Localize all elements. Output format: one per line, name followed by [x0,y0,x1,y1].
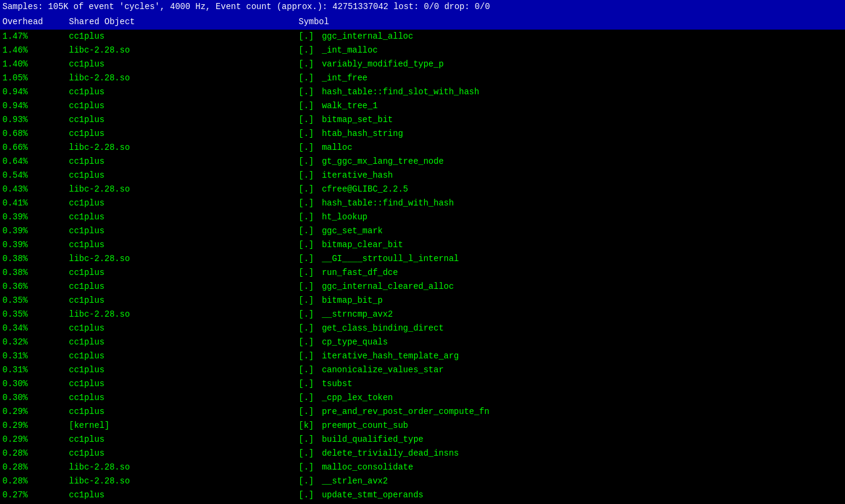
table-row[interactable]: 0.29% cc1plus [.] pre_and_rev_post_order… [0,405,845,419]
symbol-name: malloc_consolidate [322,462,413,472]
shared-object: libc-2.28.so [69,183,299,196]
header-overhead: Overhead [2,16,69,28]
symbol-cell: [.] __strncmp_avx2 [299,308,843,321]
table-row[interactable]: 1.46% libc-2.28.so [.] _int_malloc [0,44,845,57]
dso-type: [.] [299,141,317,154]
header-shared: Shared Object [69,16,299,28]
symbol-cell: [.] bitmap_clear_bit [299,239,843,251]
symbol-cell: [.] bitmap_set_bit [299,114,843,126]
dso-type: [.] [299,378,317,390]
table-row[interactable]: 0.35% cc1plus [.] bitmap_bit_p [0,294,845,308]
table-row[interactable]: 0.36% cc1plus [.] ggc_internal_cleared_a… [0,280,845,294]
table-row[interactable]: 0.28% cc1plus [.] delete_trivially_dead_… [0,447,845,460]
symbol-cell: [.] build_qualified_type [299,433,843,446]
shared-object: cc1plus [69,294,299,307]
symbol-name: ggc_internal_cleared_alloc [322,282,453,291]
symbol-name: bitmap_set_bit [322,115,393,124]
table-row[interactable]: 1.40% cc1plus [.] variably_modified_type… [0,57,845,71]
dso-type: [.] [299,225,317,237]
table-row[interactable]: 0.30% cc1plus [.] tsubst [0,377,845,391]
shared-object: cc1plus [69,128,299,140]
overhead-value: 1.47% [2,30,69,43]
dso-type: [.] [299,405,317,418]
shared-object: [kernel] [69,419,299,432]
overhead-value: 0.28% [2,447,69,460]
symbol-name: delete_trivially_dead_insns [322,448,459,458]
shared-object: libc-2.28.so [69,44,299,57]
shared-object: libc-2.28.so [69,475,299,488]
symbol-name: cfree@GLIBC_2.2.5 [322,184,408,194]
shared-object: cc1plus [69,100,299,112]
symbol-cell: [.] pre_and_rev_post_order_compute_fn [299,405,843,418]
table-row[interactable]: 0.34% cc1plus [.] get_class_binding_dire… [0,321,845,335]
overhead-value: 0.43% [2,183,69,196]
symbol-cell: [.] iterative_hash_template_arg [299,350,843,363]
shared-object: libc-2.28.so [69,253,299,265]
symbol-name: ggc_set_mark [322,226,383,236]
symbol-name: iterative_hash_template_arg [322,351,459,361]
shared-object: cc1plus [69,114,299,126]
shared-object: cc1plus [69,364,299,376]
table-row[interactable]: 0.28% libc-2.28.so [.] __strlen_avx2 [0,474,845,488]
table-row[interactable]: 0.29% cc1plus [.] build_qualified_type [0,433,845,447]
symbol-cell: [.] __strlen_avx2 [299,475,843,488]
table-row[interactable]: 0.43% libc-2.28.so [.] cfree@GLIBC_2.2.5 [0,183,845,196]
dso-type: [.] [299,447,317,460]
overhead-value: 0.30% [2,378,69,390]
symbol-name: __strncmp_avx2 [322,309,393,319]
table-row[interactable]: 0.32% cc1plus [.] cp_type_quals [0,335,845,349]
dso-type: [.] [299,183,317,196]
table-row[interactable]: 0.93% cc1plus [.] bitmap_set_bit [0,113,845,127]
table-row[interactable]: 0.39% cc1plus [.] ht_lookup [0,210,845,224]
shared-object: cc1plus [69,155,299,168]
table-row[interactable]: 1.05% libc-2.28.so [.] _int_free [0,71,845,85]
table-row[interactable]: 0.66% libc-2.28.so [.] malloc [0,141,845,155]
shared-object: cc1plus [69,267,299,279]
dso-type: [.] [299,58,317,71]
table-row[interactable]: 0.41% cc1plus [.] hash_table::find_with_… [0,196,845,210]
dso-type: [.] [299,239,317,251]
symbol-cell: [.] _int_free [299,72,843,85]
table-row[interactable]: 0.39% cc1plus [.] bitmap_clear_bit [0,238,845,252]
table-row[interactable]: 0.35% libc-2.28.so [.] __strncmp_avx2 [0,308,845,321]
table-row[interactable]: 0.68% cc1plus [.] htab_hash_string [0,127,845,141]
symbol-name: htab_hash_string [322,129,403,138]
dso-type: [.] [299,30,317,43]
table-row[interactable]: 0.28% libc-2.28.so [.] malloc_consolidat… [0,460,845,474]
table-row[interactable]: 0.94% cc1plus [.] walk_tree_1 [0,99,845,113]
shared-object: cc1plus [69,405,299,418]
dso-type: [.] [299,308,317,321]
overhead-value: 0.39% [2,239,69,251]
table-row[interactable]: 0.29% [kernel] [k] preempt_count_sub [0,419,845,433]
table-row[interactable]: 0.31% cc1plus [.] iterative_hash_templat… [0,349,845,363]
table-row[interactable]: 1.47% cc1plus [.] ggc_internal_alloc [0,30,845,44]
table-row[interactable]: 0.38% cc1plus [.] run_fast_df_dce [0,266,845,280]
dso-type: [.] [299,336,317,349]
dso-type: [k] [299,419,317,432]
table-row[interactable]: 0.38% libc-2.28.so [.] __GI____strtoull_… [0,252,845,266]
shared-object: cc1plus [69,433,299,446]
symbol-name: bitmap_clear_bit [322,240,403,250]
symbol-cell: [.] cfree@GLIBC_2.2.5 [299,183,843,196]
table-row[interactable]: 0.94% cc1plus [.] hash_table::find_slot_… [0,85,845,99]
symbol-name: get_class_binding_direct [322,323,444,333]
overhead-value: 0.66% [2,141,69,154]
dso-type: [.] [299,461,317,474]
symbol-name: tsubst [322,379,352,389]
symbol-cell: [.] hash_table::find_slot_with_hash [299,86,843,99]
dso-type: [.] [299,72,317,85]
table-row[interactable]: 0.27% cc1plus [.] get_ref_base_and_exten… [0,502,845,504]
symbol-name: variably_modified_type_p [322,59,444,69]
table-row[interactable]: 0.30% cc1plus [.] _cpp_lex_token [0,391,845,405]
symbol-name: run_fast_df_dce [322,268,398,277]
dso-type: [.] [299,253,317,265]
table-row[interactable]: 0.31% cc1plus [.] canonicalize_values_st… [0,363,845,377]
dso-type: [.] [299,392,317,404]
table-row[interactable]: 0.54% cc1plus [.] iterative_hash [0,169,845,183]
shared-object: cc1plus [69,378,299,390]
table-row[interactable]: 0.64% cc1plus [.] gt_ggc_mx_lang_tree_no… [0,155,845,169]
table-row[interactable]: 0.39% cc1plus [.] ggc_set_mark [0,224,845,238]
header-symbol: Symbol [299,16,843,28]
table-row[interactable]: 0.27% cc1plus [.] update_stmt_operands [0,488,845,502]
overhead-value: 0.34% [2,322,69,335]
